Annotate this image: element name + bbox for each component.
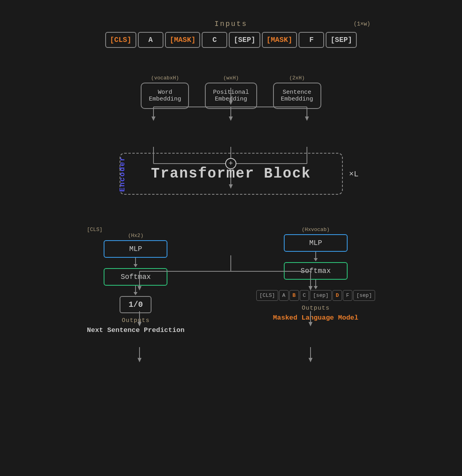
out-sep1: [sep]: [310, 290, 332, 301]
token-sep1: [SEP]: [229, 32, 260, 48]
token-a: A: [138, 32, 163, 48]
svg-marker-4: [151, 117, 155, 121]
nsp-output-val: 1/0: [120, 296, 151, 313]
cls-label: [CLS]: [87, 227, 102, 233]
transformer-block: Transformer Block: [120, 153, 343, 195]
input-tokens-row: [CLS] A [MASK] C [SEP] [MASK] F [SEP]: [105, 32, 357, 48]
token-c: C: [202, 32, 227, 48]
mlm-col: (Hxvocab) MLP Softmax [CLS] A B C: [256, 227, 375, 322]
wxh-label: (wxH): [223, 75, 239, 81]
inputs-label: Inputs: [214, 20, 248, 28]
positional-embedding-box: PositionalEmbedding: [205, 83, 257, 109]
nsp-mlp-box: MLP: [104, 240, 167, 258]
out-f: F: [343, 290, 352, 301]
vocab-h-label: (vocabxH): [151, 75, 179, 81]
main-diagram: + Inputs (1×w) [CLS] A [MA: [0, 8, 462, 476]
out-sep2: [sep]: [353, 290, 375, 301]
nsp-softmax-box: Softmax: [104, 268, 167, 286]
word-embedding-col: (vocabxH) WordEmbedding: [141, 75, 189, 109]
svg-marker-6: [229, 117, 233, 121]
xl-label: ×L: [349, 169, 358, 178]
mlm-task-label: Masked Language Model: [273, 314, 358, 322]
word-embedding-box: WordEmbedding: [141, 83, 189, 109]
wxw-label: (1×w): [354, 21, 370, 27]
nsp-task-label: Next Sentence Prediction: [87, 326, 185, 334]
svg-marker-26: [138, 358, 142, 362]
mlm-output-tokens: [CLS] A B C [sep] D F [sep]: [256, 290, 375, 301]
token-mask1: [MASK]: [165, 32, 201, 48]
out-d: D: [332, 290, 342, 301]
hxvocab-label: (Hxvocab): [302, 227, 330, 233]
out-c: C: [300, 290, 309, 301]
encoder-label: Encoder: [118, 156, 126, 192]
token-sep2: [SEP]: [326, 32, 357, 48]
out-b: B: [289, 290, 299, 301]
token-f: F: [299, 32, 324, 48]
out-cls: [CLS]: [256, 290, 278, 301]
nsp-outputs-label: Outputs: [122, 317, 149, 324]
sentence-embedding-col: (2xH) SentenceEmbedding: [273, 75, 321, 109]
positional-embedding-col: (wxH) PositionalEmbedding: [205, 75, 257, 109]
svg-marker-30: [309, 358, 313, 362]
hx2-label: (Hx2): [128, 233, 144, 239]
sentence-embedding-box: SentenceEmbedding: [273, 83, 321, 109]
svg-marker-8: [305, 117, 309, 121]
mlm-outputs-label: Outputs: [302, 305, 330, 312]
mlm-mlp-box: MLP: [284, 234, 348, 252]
out-a: A: [279, 290, 289, 301]
token-cls: [CLS]: [105, 32, 136, 48]
nsp-col: [CLS] (Hx2) MLP Softmax 1/0 Outputs Next…: [87, 227, 185, 334]
twoxh-label: (2xH): [289, 75, 305, 81]
token-mask2: [MASK]: [262, 32, 297, 48]
transformer-block-text: Transformer Block: [136, 166, 326, 182]
mlm-softmax-box: Softmax: [284, 262, 348, 280]
